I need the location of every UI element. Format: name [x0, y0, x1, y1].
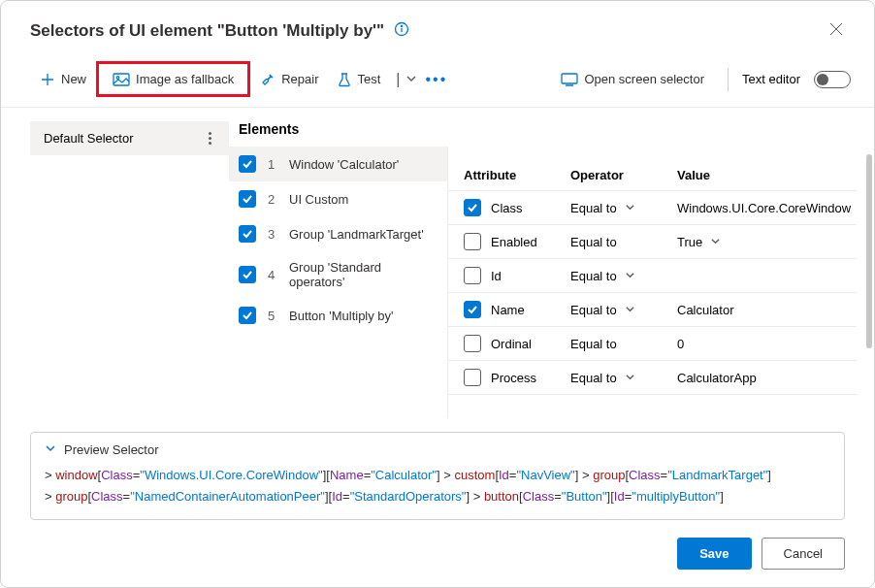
- checkbox[interactable]: [464, 199, 481, 216]
- screen-icon: [561, 73, 578, 86]
- checkbox[interactable]: [464, 233, 481, 250]
- image-fallback-label: Image as fallback: [136, 72, 234, 86]
- element-row[interactable]: 1 Window 'Calculator': [229, 147, 447, 181]
- chevron-down-icon[interactable]: [625, 269, 635, 283]
- element-number: 4: [268, 268, 277, 282]
- element-row[interactable]: 4 Group 'Standard operators': [229, 251, 447, 298]
- checkbox[interactable]: [464, 301, 481, 318]
- attribute-row: Process Equal to CalculatorApp: [448, 361, 857, 395]
- attribute-row: Ordinal Equal to 0: [448, 327, 857, 361]
- attribute-name: Name: [491, 303, 525, 317]
- selector-token: "NavView": [516, 468, 574, 482]
- element-number: 1: [268, 157, 277, 172]
- operator-value[interactable]: Equal to: [570, 303, 617, 317]
- selector-token: Class: [629, 468, 661, 482]
- image-icon: [113, 73, 130, 86]
- selector-token: Class: [101, 468, 133, 482]
- attribute-value[interactable]: 0: [677, 337, 684, 351]
- default-selector-item[interactable]: Default Selector: [30, 121, 229, 155]
- selectors-list: Default Selector: [1, 108, 229, 418]
- repair-label: Repair: [281, 72, 318, 86]
- info-icon[interactable]: [394, 21, 409, 41]
- attribute-value[interactable]: CalculatorApp: [677, 371, 757, 385]
- svg-point-1: [402, 25, 403, 26]
- elements-title: Elements: [229, 121, 447, 147]
- dialog-title: Selectors of UI element "Button 'Multipl…: [30, 21, 384, 41]
- open-screen-label: Open screen selector: [584, 72, 704, 86]
- attribute-value[interactable]: Windows.UI.Core.CoreWindow: [677, 201, 851, 215]
- open-screen-selector-button[interactable]: Open screen selector: [551, 66, 714, 92]
- element-row[interactable]: 5 Button 'Multiply by': [229, 298, 447, 333]
- element-label: Button 'Multiply by': [289, 309, 394, 323]
- chevron-down-icon[interactable]: [625, 201, 635, 215]
- body: Default Selector Elements 1 Window 'Calc…: [1, 108, 874, 418]
- svg-rect-9: [562, 74, 577, 83]
- toolbar: New Image as fallback Repair Test | ••• …: [1, 55, 874, 108]
- preview-title: Preview Selector: [64, 442, 159, 457]
- plus-icon: [40, 72, 55, 87]
- operator-value[interactable]: Equal to: [570, 235, 617, 249]
- more-button[interactable]: •••: [417, 71, 455, 88]
- chevron-down-icon[interactable]: [625, 371, 635, 385]
- close-button[interactable]: [822, 18, 851, 44]
- selector-token: >: [470, 489, 484, 504]
- selector-token: >: [45, 489, 55, 504]
- element-label: Group 'Standard operators': [289, 260, 438, 289]
- cancel-button[interactable]: Cancel: [762, 538, 845, 570]
- chevron-down-icon[interactable]: [710, 235, 721, 249]
- chevron-down-icon[interactable]: [405, 71, 417, 88]
- preview-header[interactable]: Preview Selector: [45, 442, 830, 457]
- attribute-value[interactable]: Calculator: [677, 303, 734, 317]
- preview-body: > window[Class="Windows.UI.Core.CoreWind…: [45, 465, 830, 507]
- checkbox[interactable]: [464, 369, 481, 386]
- chevron-down-icon[interactable]: [625, 303, 635, 317]
- checkbox[interactable]: [239, 155, 256, 173]
- text-editor-toggle[interactable]: [814, 71, 851, 88]
- checkbox[interactable]: [239, 190, 256, 208]
- selector-token: group: [593, 468, 625, 482]
- checkbox[interactable]: [239, 225, 256, 243]
- selector-token: Class: [523, 489, 555, 504]
- operator-value[interactable]: Equal to: [570, 269, 617, 283]
- wrench-icon: [260, 72, 275, 87]
- svg-point-8: [116, 76, 119, 79]
- elements-panel: Elements 1 Window 'Calculator' 2 UI Cust…: [229, 108, 447, 418]
- selector-token: ]: [767, 468, 771, 482]
- attribute-value[interactable]: True: [677, 235, 702, 249]
- element-label: Window 'Calculator': [289, 157, 399, 172]
- new-button[interactable]: New: [30, 66, 96, 93]
- checkbox[interactable]: [239, 307, 256, 324]
- checkbox[interactable]: [464, 335, 481, 352]
- selector-token: Id: [499, 468, 509, 482]
- test-button[interactable]: Test: [328, 66, 390, 93]
- operator-value[interactable]: Equal to: [570, 201, 617, 215]
- save-button[interactable]: Save: [677, 538, 751, 570]
- flask-icon: [338, 72, 351, 87]
- test-label: Test: [357, 72, 380, 86]
- element-label: Group 'LandmarkTarget': [289, 227, 424, 242]
- selector-token: Id: [614, 489, 625, 504]
- repair-button[interactable]: Repair: [250, 66, 328, 93]
- checkbox[interactable]: [239, 266, 256, 283]
- highlighted-toolbar-item: Image as fallback: [96, 61, 250, 97]
- chevron-down-icon: [45, 442, 56, 457]
- scrollbar[interactable]: [866, 154, 872, 348]
- selector-token: custom: [454, 468, 495, 482]
- selector-token: Name: [330, 468, 364, 482]
- attribute-row: Class Equal to Windows.UI.Core.CoreWindo…: [448, 191, 857, 225]
- element-row[interactable]: 3 Group 'LandmarkTarget': [229, 216, 447, 251]
- element-number: 2: [268, 192, 277, 207]
- more-vertical-icon[interactable]: [209, 132, 215, 145]
- selector-token: Id: [332, 489, 342, 504]
- header-operator: Operator: [570, 168, 677, 182]
- selector-token: Class: [91, 489, 123, 504]
- selector-token: button: [484, 489, 519, 504]
- selector-token: =: [554, 489, 562, 504]
- element-row[interactable]: 2 UI Custom: [229, 181, 447, 216]
- image-fallback-button[interactable]: Image as fallback: [103, 66, 243, 92]
- operator-value[interactable]: Equal to: [570, 337, 617, 351]
- operator-value[interactable]: Equal to: [570, 371, 617, 385]
- checkbox[interactable]: [464, 267, 481, 284]
- selector-token: "Button": [562, 489, 607, 504]
- selector-token: >: [578, 468, 593, 482]
